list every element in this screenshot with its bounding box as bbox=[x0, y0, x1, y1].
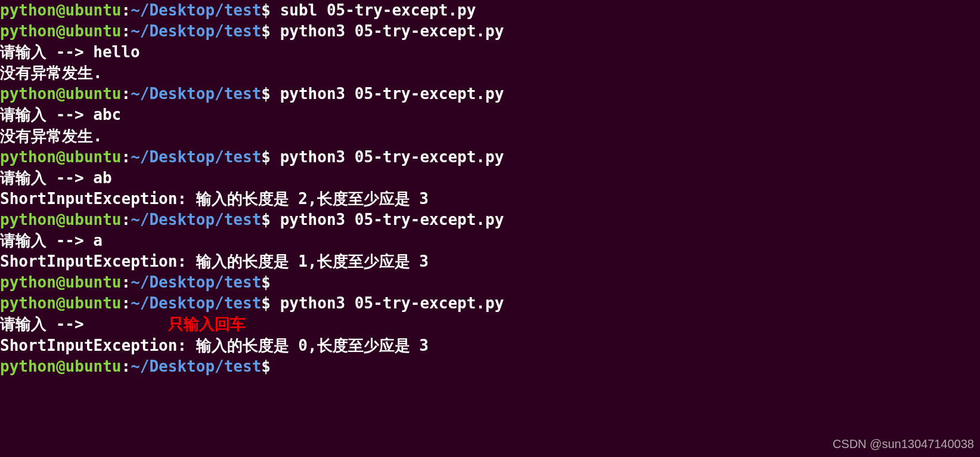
command-text: python3 05-try-except.py bbox=[280, 294, 504, 312]
prompt-dollar: $ bbox=[261, 85, 280, 103]
command-text: python3 05-try-except.py bbox=[280, 211, 504, 229]
prompt-colon: : bbox=[122, 357, 131, 375]
prompt-colon: : bbox=[122, 148, 131, 166]
prompt-line: python@ubuntu:~/Desktop/test$ python3 05… bbox=[0, 147, 980, 168]
prompt-user: python@ubuntu bbox=[0, 22, 122, 40]
prompt-colon: : bbox=[122, 273, 131, 291]
prompt-dollar: $ bbox=[261, 294, 280, 312]
prompt-path: ~/Desktop/test bbox=[131, 357, 261, 375]
output-line: ShortInputException: 输入的长度是 2,长度至少应是 3 bbox=[0, 189, 980, 209]
prompt-colon: : bbox=[122, 85, 131, 103]
prompt-dollar: $ bbox=[261, 211, 280, 229]
watermark: CSDN @sun13047140038 bbox=[833, 436, 974, 452]
prompt-line: python@ubuntu:~/Desktop/test$ python3 05… bbox=[0, 293, 980, 314]
annotation-text: 只输入回车 bbox=[168, 315, 246, 333]
prompt-dollar: $ bbox=[261, 22, 280, 40]
command-text: python3 05-try-except.py bbox=[280, 22, 504, 40]
prompt-path: ~/Desktop/test bbox=[131, 294, 261, 312]
output-line: 请输入 --> hello bbox=[0, 42, 980, 63]
prompt-path: ~/Desktop/test bbox=[131, 22, 261, 40]
prompt-line: python@ubuntu:~/Desktop/test$ python3 05… bbox=[0, 84, 980, 104]
prompt-user: python@ubuntu bbox=[0, 85, 122, 103]
output-line: ShortInputException: 输入的长度是 1,长度至少应是 3 bbox=[0, 251, 980, 272]
prompt-user: python@ubuntu bbox=[0, 357, 122, 375]
prompt-colon: : bbox=[122, 1, 131, 19]
output-line: 请输入 --> abc bbox=[0, 104, 980, 125]
prompt-colon: : bbox=[122, 211, 131, 229]
output-line: 请输入 --> ab bbox=[0, 168, 980, 189]
prompt-path: ~/Desktop/test bbox=[131, 273, 261, 291]
prompt-dollar: $ bbox=[261, 273, 280, 291]
prompt-user: python@ubuntu bbox=[0, 148, 122, 166]
prompt-colon: : bbox=[122, 22, 131, 40]
command-text: python3 05-try-except.py bbox=[280, 85, 504, 103]
prompt-colon: : bbox=[122, 294, 131, 312]
terminal-output[interactable]: python@ubuntu:~/Desktop/test$ subl 05-tr… bbox=[0, 0, 980, 377]
prompt-path: ~/Desktop/test bbox=[131, 85, 261, 103]
prompt-path: ~/Desktop/test bbox=[131, 1, 261, 19]
prompt-line: python@ubuntu:~/Desktop/test$ bbox=[0, 272, 980, 293]
prompt-user: python@ubuntu bbox=[0, 273, 122, 291]
prompt-path: ~/Desktop/test bbox=[131, 211, 261, 229]
prompt-user: python@ubuntu bbox=[0, 294, 122, 312]
output-line: ShortInputException: 输入的长度是 0,长度至少应是 3 bbox=[0, 335, 980, 356]
prompt-dollar: $ bbox=[261, 148, 280, 166]
prompt-line: python@ubuntu:~/Desktop/test$ bbox=[0, 356, 980, 377]
output-text: 请输入 --> bbox=[0, 315, 93, 333]
prompt-line: python@ubuntu:~/Desktop/test$ python3 05… bbox=[0, 21, 980, 42]
prompt-dollar: $ bbox=[261, 1, 280, 19]
prompt-user: python@ubuntu bbox=[0, 1, 122, 19]
prompt-line: python@ubuntu:~/Desktop/test$ python3 05… bbox=[0, 209, 980, 230]
prompt-dollar: $ bbox=[261, 357, 280, 375]
command-text: subl 05-try-except.py bbox=[280, 1, 476, 19]
command-text: python3 05-try-except.py bbox=[280, 148, 504, 166]
prompt-user: python@ubuntu bbox=[0, 211, 122, 229]
output-line: 请输入 --> 只输入回车 bbox=[0, 314, 980, 335]
prompt-path: ~/Desktop/test bbox=[131, 148, 261, 166]
output-line: 没有异常发生. bbox=[0, 63, 980, 84]
prompt-line: python@ubuntu:~/Desktop/test$ subl 05-tr… bbox=[0, 0, 980, 21]
output-line: 没有异常发生. bbox=[0, 126, 980, 147]
output-line: 请输入 --> a bbox=[0, 230, 980, 251]
